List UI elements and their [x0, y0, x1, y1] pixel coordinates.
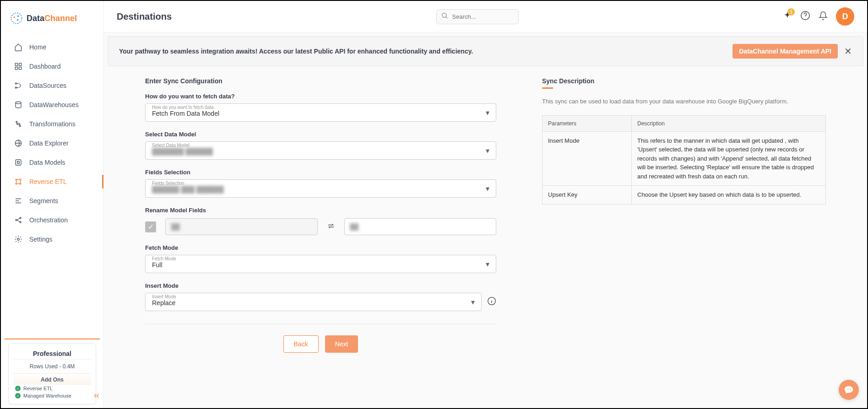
- logo-text-1: Data: [27, 14, 44, 23]
- sidebar-item-label: Home: [29, 43, 46, 51]
- svg-point-21: [442, 13, 446, 17]
- chevron-down-icon: ▾: [471, 298, 475, 307]
- fields-selection-select[interactable]: Fields Selection ██████ ███ ██████ ▾: [145, 179, 496, 198]
- svg-point-0: [11, 13, 22, 23]
- svg-point-16: [20, 183, 21, 184]
- select-floating-label: Insert Mode: [152, 294, 176, 299]
- segments-icon: [14, 196, 23, 205]
- rename-fields-row: ✓ ██ ██: [145, 218, 496, 235]
- select-value: ███████ ██████: [152, 148, 213, 155]
- select-floating-label: How do you want to fetch data: [152, 105, 214, 110]
- info-icon[interactable]: [487, 296, 496, 307]
- table-cell-desc: Choose the Upsert key based on which dat…: [632, 186, 826, 204]
- warehouse-icon: [14, 100, 23, 109]
- search-input[interactable]: [436, 9, 519, 24]
- svg-point-25: [848, 389, 849, 390]
- svg-point-3: [17, 19, 19, 21]
- form-column: Enter Sync Configuration How do you want…: [145, 77, 496, 397]
- explorer-icon: [14, 139, 23, 148]
- banner-text: Your pathway to seamless integration awa…: [119, 48, 473, 55]
- table-cell-desc: This refers to the manner in which data …: [632, 131, 826, 186]
- transform-icon: [14, 119, 23, 129]
- next-button[interactable]: Next: [325, 335, 358, 353]
- addon-label: Managed Warehouse: [23, 393, 71, 398]
- svg-rect-5: [19, 63, 22, 65]
- sidebar-item-home[interactable]: Home: [1, 38, 103, 57]
- svg-point-9: [15, 87, 16, 88]
- addon-row: ✓ Managed Warehouse: [13, 392, 91, 399]
- topbar-right: 1 D: [783, 7, 854, 26]
- sidebar-item-dataexplorer[interactable]: Data Explorer: [1, 134, 103, 153]
- sidebar-item-settings[interactable]: Settings: [1, 230, 103, 249]
- select-floating-label: Fetch Mode: [152, 256, 176, 261]
- field-label: Insert Mode: [145, 282, 496, 289]
- home-icon: [14, 43, 23, 52]
- addon-label: Reverse ETL: [23, 386, 53, 391]
- sidebar-item-datasources[interactable]: DataSources: [1, 76, 103, 95]
- rename-source-input[interactable]: ██: [165, 218, 318, 235]
- svg-rect-7: [19, 67, 22, 70]
- sidebar-item-orchestration[interactable]: Orchestration: [1, 210, 103, 230]
- dashboard-icon: [14, 62, 23, 71]
- main: Destinations 1 D: [104, 1, 867, 408]
- sidebar-item-dashboard[interactable]: Dashboard: [1, 57, 103, 76]
- select-floating-label: Select Data Model: [152, 143, 190, 148]
- field-label: Fetch Mode: [145, 244, 496, 251]
- field-label: How do you want to fetch data?: [145, 93, 496, 100]
- reverseetl-icon: [14, 177, 23, 186]
- svg-point-17: [16, 220, 17, 221]
- sidebar-footer: Professional Rows Used - 0.4M Add Ons ✓ …: [5, 339, 100, 408]
- logo[interactable]: DataChannel: [1, 1, 103, 34]
- svg-point-24: [846, 389, 847, 390]
- svg-point-15: [16, 183, 17, 184]
- data-model-select[interactable]: Select Data Model ███████ ██████ ▾: [145, 141, 496, 160]
- banner-button[interactable]: DataChannel Management API: [732, 44, 838, 59]
- search-wrap: [436, 9, 519, 24]
- fetch-method-select[interactable]: How do you want to fetch data Fetch From…: [145, 103, 496, 122]
- close-icon[interactable]: ✕: [844, 46, 852, 57]
- select-value: Full: [152, 261, 163, 269]
- back-button[interactable]: Back: [283, 335, 319, 353]
- description-title: Sync Description: [542, 77, 826, 85]
- insert-mode-select[interactable]: Insert Mode Replace ▾: [145, 293, 482, 311]
- select-value: Replace: [152, 299, 175, 307]
- sidebar-item-segments[interactable]: Segments: [1, 191, 103, 210]
- svg-point-13: [16, 179, 17, 180]
- sidebar-item-transformations[interactable]: Transformations: [1, 114, 103, 134]
- sidebar-item-label: Dashboard: [29, 63, 61, 70]
- field-label: Select Data Model: [145, 131, 496, 138]
- svg-point-19: [20, 221, 21, 223]
- avatar[interactable]: D: [836, 7, 854, 26]
- svg-rect-6: [15, 67, 17, 70]
- sidebar-item-datawarehouses[interactable]: DataWarehouses: [1, 95, 103, 114]
- checkbox[interactable]: ✓: [145, 221, 156, 232]
- select-value: Fetch From Data Model: [152, 110, 219, 117]
- addon-row: ✓ Reverse ETL: [13, 385, 91, 392]
- rename-target-input[interactable]: ██: [344, 218, 497, 235]
- chat-fab[interactable]: [839, 380, 859, 400]
- sidebar-item-datamodels[interactable]: Data Models: [1, 153, 103, 172]
- api-banner: Your pathway to seamless integration awa…: [108, 36, 863, 66]
- fetch-mode-select[interactable]: Fetch Mode Full ▾: [145, 255, 496, 273]
- sparkle-icon[interactable]: 1: [783, 11, 792, 22]
- sidebar-item-label: Data Explorer: [29, 140, 69, 147]
- bell-icon[interactable]: [819, 11, 828, 22]
- help-icon[interactable]: [800, 11, 810, 22]
- chevron-down-icon: ▾: [486, 184, 489, 193]
- sidebar-item-label: Orchestration: [29, 216, 68, 224]
- topbar: Destinations 1 D: [104, 1, 867, 32]
- collapse-sidebar-icon[interactable]: [92, 392, 101, 402]
- sidebar-item-reverseetl[interactable]: Reverse ETL: [1, 172, 103, 191]
- chevron-down-icon: ▾: [486, 260, 489, 269]
- field-label: Rename Model Fields: [145, 207, 496, 214]
- description-column: Sync Description This sync can be used t…: [542, 77, 826, 397]
- svg-rect-4: [15, 63, 17, 65]
- search-icon: [441, 12, 448, 21]
- sidebar-item-label: Transformations: [29, 120, 76, 128]
- logo-text-2: Channel: [44, 14, 77, 23]
- logo-icon: [10, 12, 23, 25]
- table-row: Insert Mode This refers to the manner in…: [542, 131, 826, 186]
- datasources-icon: [14, 81, 23, 90]
- select-value: ██████ ███ ██████: [152, 186, 224, 193]
- svg-point-2: [17, 16, 19, 17]
